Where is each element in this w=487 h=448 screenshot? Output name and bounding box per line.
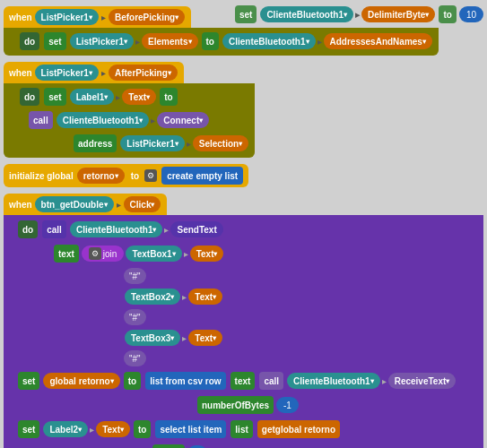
elements-prop[interactable]: Elements: [142, 33, 197, 49]
select-list-item-2[interactable]: select list item: [155, 420, 226, 438]
top-to-label: to: [439, 5, 456, 23]
text-label-csv: text: [230, 372, 256, 390]
tb2-text-prop[interactable]: Text: [188, 289, 222, 305]
listpicker-addr-comp[interactable]: ListPicker1: [120, 135, 184, 151]
numbytes-label: numberOfBytes: [197, 396, 274, 414]
join-label: join: [103, 249, 117, 259]
to-label-2: to: [160, 88, 177, 106]
receivetext-method[interactable]: ReceiveText: [388, 373, 457, 389]
label2-comp[interactable]: Label2: [43, 421, 88, 437]
to-label-l2: to: [134, 420, 151, 438]
text-label-4: text: [54, 245, 79, 263]
tb3-comp[interactable]: TextBox3: [125, 330, 180, 346]
to-label-1: to: [202, 32, 219, 50]
list-csv-block[interactable]: list from csv row: [145, 372, 225, 390]
do-block-4: do call ClienteBluetooth1 ▸ SendText tex…: [4, 215, 483, 448]
set-label-top[interactable]: set: [235, 5, 257, 23]
top-component-pill[interactable]: ClienteBluetooth1: [260, 6, 353, 22]
call-label-receive[interactable]: call: [259, 372, 283, 390]
when-label-2: when: [9, 68, 32, 78]
tb3-text-prop[interactable]: Text: [188, 330, 222, 346]
bt-comp-receive[interactable]: ClienteBluetooth1: [287, 373, 380, 389]
string3[interactable]: "#": [124, 350, 146, 366]
btn-getdouble-comp[interactable]: btn_getDouble: [35, 196, 114, 212]
top-right-set-block: set ClienteBluetooth1 ▸ DelimiterByte to…: [233, 4, 483, 25]
bt-comp-s2[interactable]: ClienteBluetooth1: [57, 112, 150, 128]
set-label-1[interactable]: set: [44, 32, 65, 50]
tb1-comp[interactable]: TextBox1: [126, 246, 181, 262]
bt-comp-s4[interactable]: ClienteBluetooth1: [70, 221, 163, 237]
init-label: initialize global: [9, 171, 74, 181]
list-label-l2: list: [230, 420, 252, 438]
do-label-1: do: [20, 32, 39, 50]
to-label-retorno: to: [124, 372, 141, 390]
set-label-retorno[interactable]: set: [18, 372, 39, 390]
click-event[interactable]: Click: [124, 196, 161, 212]
when-label-4: when: [9, 200, 32, 210]
bt-comp-1[interactable]: ClienteBluetooth1: [222, 33, 316, 49]
create-list-block[interactable]: create empty list: [161, 167, 243, 185]
section2: when ListPicker1 ▸ AfterPicking do set L…: [4, 62, 255, 158]
when-block-4[interactable]: when btn_getDouble ▸ Click: [4, 194, 167, 215]
addresses-prop[interactable]: AddressesAndNames: [324, 33, 432, 49]
index-label-l2: index: [152, 444, 185, 448]
event1[interactable]: BeforePicking: [109, 9, 185, 25]
string2[interactable]: "#": [124, 309, 146, 325]
address-label: address: [74, 134, 117, 152]
section4: when btn_getDouble ▸ Click do call Clien…: [4, 194, 483, 448]
string1[interactable]: "#": [124, 268, 146, 284]
get-retorno-l2[interactable]: get global retorno: [257, 420, 340, 438]
top-prop-pill[interactable]: DelimiterByte: [361, 6, 435, 22]
call-label-4[interactable]: call: [42, 220, 66, 238]
do-block-1: do set ListPicker1 ▸ Elements to Cliente…: [4, 28, 439, 56]
do-label-2: do: [20, 88, 39, 106]
label1-comp[interactable]: Label1: [70, 89, 115, 105]
afterpicking-event[interactable]: AfterPicking: [109, 65, 178, 81]
do-block-2: do set Label1 ▸ Text to call ClienteBlue…: [4, 83, 255, 158]
top-value[interactable]: 10: [459, 6, 483, 22]
when-block-2[interactable]: when ListPicker1 ▸ AfterPicking: [4, 62, 184, 83]
tb1-text-prop[interactable]: Text: [190, 246, 224, 262]
label2-text-prop[interactable]: Text: [96, 421, 130, 437]
when-label-1: when: [9, 13, 32, 22]
listpicker1-comp-1[interactable]: ListPicker1: [35, 9, 99, 25]
to-label-init: to: [131, 171, 139, 181]
gear-icon: ⚙: [144, 169, 157, 182]
global-retorno-var[interactable]: global retorno: [43, 373, 119, 389]
get-label-l2: get: [262, 425, 275, 435]
selection-prop[interactable]: Selection: [193, 135, 248, 151]
join-block[interactable]: ⚙ join: [82, 246, 125, 262]
listpicker1-comp-2[interactable]: ListPicker1: [70, 33, 134, 49]
listpicker-comp-s2[interactable]: ListPicker1: [35, 65, 99, 81]
tb2-comp[interactable]: TextBox2: [125, 289, 180, 305]
connect-method[interactable]: Connect: [157, 112, 209, 128]
set-label-2[interactable]: set: [44, 88, 65, 106]
call-label-2[interactable]: call: [29, 111, 53, 129]
num-bytes-value[interactable]: -1: [276, 397, 299, 413]
join-gear-icon: ⚙: [89, 247, 101, 260]
section3-init[interactable]: initialize global retorno to ⚙ create em…: [4, 164, 248, 187]
do-label-4: do: [18, 220, 38, 238]
var-name[interactable]: retorno: [77, 168, 125, 184]
label1-text-prop[interactable]: Text: [122, 89, 156, 105]
sendtext-method[interactable]: SendText: [170, 221, 222, 237]
when-block-1[interactable]: when ListPicker1 ▸ BeforePicking: [4, 6, 191, 28]
var-l2: global retorno: [275, 425, 335, 435]
set-label2[interactable]: set: [18, 420, 39, 438]
